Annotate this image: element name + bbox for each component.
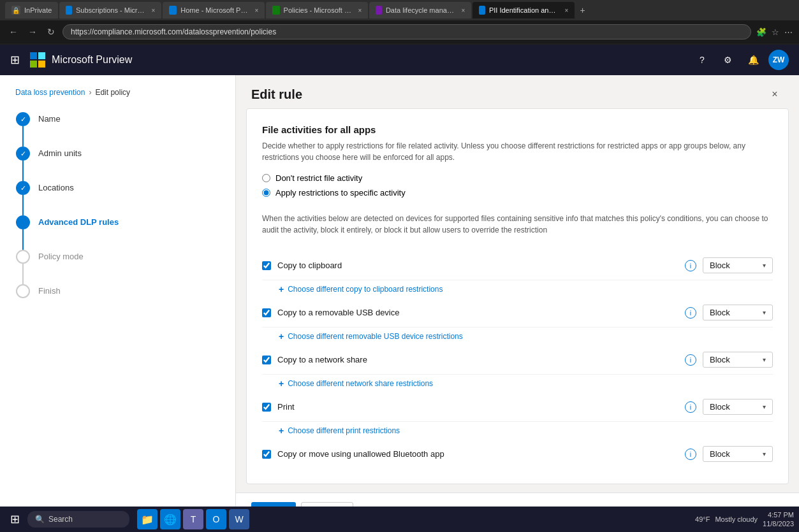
notification-icon-btn[interactable]: 🔔 — [743, 50, 763, 70]
address-bar: ← → ↻ 🧩 ☆ ⋯ — [0, 20, 799, 43]
step-label-finish[interactable]: Finish — [38, 284, 61, 297]
breadcrumb-parent[interactable]: Data loss prevention — [15, 88, 85, 97]
start-button[interactable]: ⊞ — [5, 512, 25, 526]
panel-title: Edit rule — [251, 87, 302, 102]
tab-inprivate[interactable]: 🔒 InPrivate — [5, 2, 58, 18]
back-button[interactable]: ← — [6, 25, 20, 38]
tab-lifecycle[interactable]: Data lifecycle management - M... × — [369, 2, 471, 18]
wizard-step-locations: ✓ Locations — [15, 181, 220, 215]
settings-icon-btn[interactable]: ⚙ — [717, 50, 738, 70]
checkbox-clipboard[interactable] — [262, 261, 271, 270]
section-description: Decide whether to apply restrictions for… — [262, 140, 773, 163]
checkbox-usb[interactable] — [262, 308, 271, 317]
dropdown-clipboard[interactable]: Block ▾ — [703, 257, 773, 273]
checkbox-bluetooth[interactable] — [262, 450, 271, 459]
wizard-step-dlp: Advanced DLP rules — [15, 215, 220, 250]
word-icon: W — [235, 514, 243, 524]
checkbox-network[interactable] — [262, 356, 271, 364]
taskbar-app-word[interactable]: W — [229, 509, 249, 529]
info-icon-bluetooth[interactable]: i — [685, 449, 696, 460]
expand-label-usb: Choose different removable USB device re… — [288, 332, 463, 341]
forward-button[interactable]: → — [26, 25, 40, 38]
tab-close-lifecycle[interactable]: × — [462, 7, 465, 14]
refresh-button[interactable]: ↻ — [45, 25, 57, 38]
chevron-down-icon: ▾ — [763, 262, 766, 269]
step-label-name[interactable]: Name — [38, 112, 61, 125]
step-label-admin[interactable]: Admin units — [38, 147, 82, 159]
files-icon: 📁 — [141, 514, 154, 526]
expand-usb[interactable]: + Choose different removable USB device … — [262, 327, 773, 345]
tab-policies[interactable]: Policies - Microsoft Purview × — [266, 2, 368, 18]
info-icon-print[interactable]: i — [685, 401, 696, 413]
help-icon-btn[interactable]: ? — [692, 50, 712, 70]
dropdown-bluetooth[interactable]: Block ▾ — [703, 446, 773, 462]
info-icon-usb[interactable]: i — [685, 307, 696, 319]
star-icon[interactable]: ☆ — [772, 27, 779, 37]
expand-label-print: Choose different print restrictions — [288, 426, 400, 435]
tab-home[interactable]: Home - Microsoft Purview × — [163, 2, 265, 18]
dropdown-network[interactable]: Block ▾ — [703, 352, 773, 368]
step-circle-finish — [16, 284, 30, 298]
waffle-icon[interactable]: ⊞ — [10, 53, 20, 67]
info-icon-clipboard[interactable]: i — [685, 260, 696, 271]
settings-icon[interactable]: ⋯ — [784, 27, 793, 37]
wizard-step-finish: Finish — [15, 284, 220, 298]
radio-input-apply-restrictions[interactable] — [262, 189, 270, 197]
tab-close-subscriptions[interactable]: × — [152, 7, 156, 14]
plus-icon-usb: + — [279, 331, 284, 341]
tab-close-pii[interactable]: × — [565, 7, 569, 14]
activity-group-network: Copy to a network share i Block ▾ + Choo… — [262, 345, 773, 392]
dropdown-value-bluetooth: Block — [710, 449, 730, 459]
activity-row-print: Print i Block ▾ — [262, 392, 773, 422]
radio-dont-restrict[interactable]: Don't restrict file activity — [262, 173, 773, 183]
taskbar-search[interactable]: 🔍 Search — [27, 511, 129, 528]
activity-name-usb: Copy to a removable USB device — [277, 308, 678, 317]
activity-row-bluetooth: Copy or move using unallowed Bluetooth a… — [262, 440, 773, 468]
tab-favicon-inprivate: 🔒 — [11, 6, 20, 15]
taskbar-app-files[interactable]: 📁 — [137, 509, 158, 529]
chevron-down-icon: ▾ — [763, 450, 766, 457]
close-button[interactable]: × — [766, 85, 784, 103]
wizard-step-policy: Policy mode — [15, 250, 220, 284]
wizard-steps: ✓ Name ✓ Admin units ✓ Locations — [15, 112, 220, 298]
section-title: File activities for all apps — [262, 124, 773, 135]
step-label-policy[interactable]: Policy mode — [38, 250, 84, 262]
expand-clipboard[interactable]: + Choose different copy to clipboard res… — [262, 280, 773, 298]
tab-close-home[interactable]: × — [255, 7, 259, 14]
info-icon-network[interactable]: i — [685, 354, 696, 366]
rule-content: File activities for all apps Decide whet… — [246, 108, 789, 484]
tab-pii[interactable]: PII Identification and Minimizati... × — [473, 2, 575, 18]
step-circle-dlp — [16, 215, 30, 229]
step-line-dlp — [22, 229, 24, 250]
expand-network[interactable]: + Choose different network share restric… — [262, 375, 773, 392]
expand-print[interactable]: + Choose different print restrictions — [262, 422, 773, 440]
plus-icon-print: + — [279, 426, 284, 436]
expand-label-network: Choose different network share restricti… — [288, 379, 433, 388]
avatar-button[interactable]: ZW — [768, 50, 789, 70]
step-connector-name: ✓ — [15, 112, 31, 147]
checkbox-print[interactable] — [262, 403, 271, 412]
step-label-dlp[interactable]: Advanced DLP rules — [38, 215, 119, 228]
taskbar-clock: 4:57 PM 11/8/2023 — [763, 510, 794, 529]
breadcrumb: Data loss prevention › Edit policy — [15, 88, 220, 97]
radio-apply-restrictions[interactable]: Apply restrictions to specific activity — [262, 188, 773, 198]
tab-subscriptions[interactable]: Subscriptions - Microsoft 365 a... × — [59, 2, 161, 18]
extensions-icon[interactable]: 🧩 — [756, 27, 766, 37]
taskbar-time-value: 4:57 PM — [763, 510, 794, 519]
svg-rect-0 — [30, 52, 37, 59]
tab-close-policies[interactable]: × — [358, 7, 362, 14]
address-input[interactable] — [62, 24, 751, 40]
activity-name-print: Print — [277, 402, 678, 412]
svg-rect-1 — [38, 52, 45, 59]
taskbar-app-teams[interactable]: T — [183, 509, 203, 529]
step-label-locations[interactable]: Locations — [38, 181, 74, 194]
dropdown-print[interactable]: Block ▾ — [703, 399, 773, 415]
taskbar-app-edge[interactable]: 🌐 — [160, 509, 180, 529]
new-tab-button[interactable]: + — [576, 5, 589, 15]
taskbar-app-outlook[interactable]: O — [206, 509, 226, 529]
dropdown-usb[interactable]: Block ▾ — [703, 305, 773, 320]
activity-row-network: Copy to a network share i Block ▾ — [262, 345, 773, 375]
plus-icon-clipboard: + — [279, 284, 284, 294]
step-circle-locations: ✓ — [16, 181, 30, 195]
radio-input-dont-restrict[interactable] — [262, 174, 270, 182]
